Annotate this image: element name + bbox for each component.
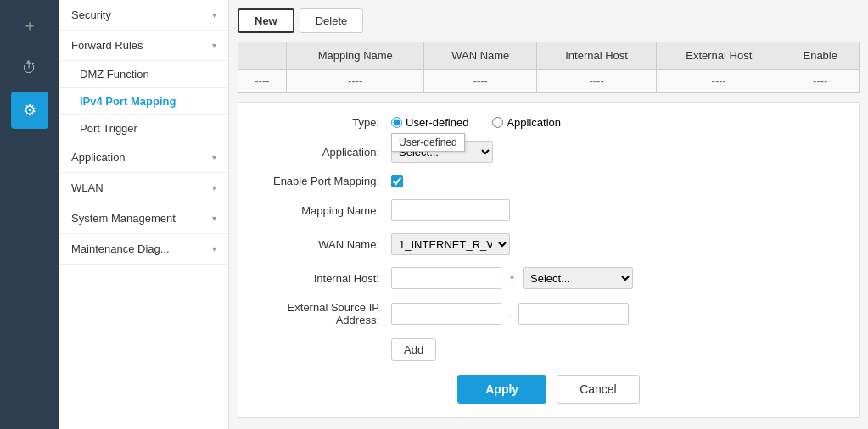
internal-host-input[interactable]: [391, 267, 501, 289]
mapping-name-control: [391, 199, 510, 221]
sidebar: ＋ ⏱ ⚙: [0, 0, 59, 429]
chevron-down-icon: ▾: [212, 244, 216, 254]
cell-mapping-name: ----: [287, 70, 424, 93]
enable-port-mapping-checkbox[interactable]: [391, 176, 403, 187]
type-radio-application[interactable]: [492, 117, 503, 128]
wan-name-select[interactable]: 1_INTERNET_R_V: [391, 233, 510, 255]
table-row: ---- ---- ---- ---- ---- ----: [238, 70, 860, 93]
wan-name-row: WAN Name: 1_INTERNET_R_V: [255, 233, 842, 255]
internal-host-label: Internal Host:: [255, 272, 391, 285]
add-row: Add: [255, 338, 842, 361]
col-header-wan-name: WAN Name: [424, 42, 537, 70]
sidebar-item-ipv4-port-mapping[interactable]: IPv4 Port Mapping: [59, 88, 228, 115]
col-header-external-host: External Host: [657, 42, 781, 70]
mapping-table: Mapping Name WAN Name Internal Host Exte…: [238, 42, 860, 93]
external-source-row: External Source IP Address: -: [255, 301, 842, 326]
form-panel: Type: User-defined User-defined Applicat…: [238, 102, 860, 418]
internal-host-row: Internal Host: * Select...: [255, 267, 842, 289]
sidebar-item-dmz-function[interactable]: DMZ Function: [59, 61, 228, 88]
add-icon[interactable]: ＋: [11, 7, 48, 44]
col-header-enable: Enable: [781, 42, 860, 70]
internal-host-select[interactable]: Select...: [523, 267, 633, 289]
cell-wan-name: ----: [424, 70, 537, 93]
clock-icon[interactable]: ⏱: [11, 49, 48, 86]
mapping-name-input[interactable]: [391, 199, 510, 221]
chevron-down-icon: ▾: [212, 10, 216, 20]
col-header-mapping-name: Mapping Name: [287, 42, 424, 70]
type-label: Type:: [255, 116, 391, 129]
add-control: Add: [391, 338, 436, 361]
tooltip-user-defined: User-defined: [391, 133, 465, 152]
sidebar-item-port-trigger[interactable]: Port Trigger: [59, 115, 228, 142]
enable-port-mapping-control: [391, 176, 403, 187]
new-button[interactable]: New: [238, 8, 294, 33]
enable-port-mapping-label: Enable Port Mapping:: [255, 175, 391, 187]
toolbar: New Delete: [238, 8, 860, 33]
wan-name-label: WAN Name:: [255, 238, 391, 251]
row-select: ----: [238, 70, 287, 93]
forward-rules-label: Forward Rules: [71, 39, 143, 52]
external-source-to-input[interactable]: [518, 303, 629, 325]
chevron-down-icon: ▾: [212, 183, 216, 192]
chevron-down-icon: ▾: [212, 41, 216, 50]
cancel-button[interactable]: Cancel: [557, 375, 640, 404]
internal-host-control: * Select...: [391, 267, 633, 289]
apply-button[interactable]: Apply: [457, 375, 546, 404]
main-content: New Delete Mapping Name WAN Name Interna…: [229, 0, 868, 429]
form-actions: Apply Cancel: [255, 375, 842, 404]
mapping-name-row: Mapping Name:: [255, 199, 842, 221]
type-row: Type: User-defined User-defined Applicat…: [255, 116, 842, 129]
range-separator: -: [508, 308, 512, 320]
external-source-from-input[interactable]: [391, 303, 501, 325]
add-button[interactable]: Add: [391, 338, 436, 361]
sidebar-item-forward-rules[interactable]: Forward Rules ▾: [59, 31, 228, 61]
cell-internal-host: ----: [537, 70, 657, 93]
chevron-down-icon: ▾: [212, 153, 216, 162]
mapping-name-label: Mapping Name:: [255, 204, 391, 217]
col-header-empty: [238, 42, 287, 70]
user-defined-option: User-defined User-defined: [391, 116, 468, 129]
sidebar-item-system-management[interactable]: System Management ▾: [59, 203, 228, 234]
external-source-label: External Source IP Address:: [255, 301, 391, 326]
gear-icon[interactable]: ⚙: [11, 92, 48, 129]
type-control: User-defined User-defined Application: [391, 116, 561, 129]
cell-enable: ----: [781, 70, 860, 93]
enable-port-mapping-row: Enable Port Mapping:: [255, 175, 842, 187]
application-row: Application: Select...: [255, 141, 842, 163]
sidebar-item-wlan[interactable]: WLAN ▾: [59, 173, 228, 203]
external-source-control: -: [391, 303, 629, 325]
chevron-down-icon: ▾: [212, 214, 216, 223]
user-defined-label: User-defined: [406, 116, 468, 129]
delete-button[interactable]: Delete: [300, 8, 364, 33]
application-radio-label: Application: [507, 116, 561, 129]
sidebar-item-security[interactable]: Security ▾: [59, 0, 228, 31]
col-header-internal-host: Internal Host: [537, 42, 657, 70]
application-label: Application:: [255, 146, 391, 159]
sidebar-item-maintenance-diag[interactable]: Maintenance Diag... ▾: [59, 234, 228, 265]
sidebar-item-application[interactable]: Application ▾: [59, 142, 228, 173]
security-label: Security: [71, 8, 111, 21]
cell-external-host: ----: [657, 70, 781, 93]
wan-name-control: 1_INTERNET_R_V: [391, 233, 510, 255]
nav-panel: Security ▾ Forward Rules ▾ DMZ Function …: [59, 0, 229, 429]
required-marker: *: [510, 272, 514, 285]
type-radio-user-defined[interactable]: [391, 117, 402, 128]
